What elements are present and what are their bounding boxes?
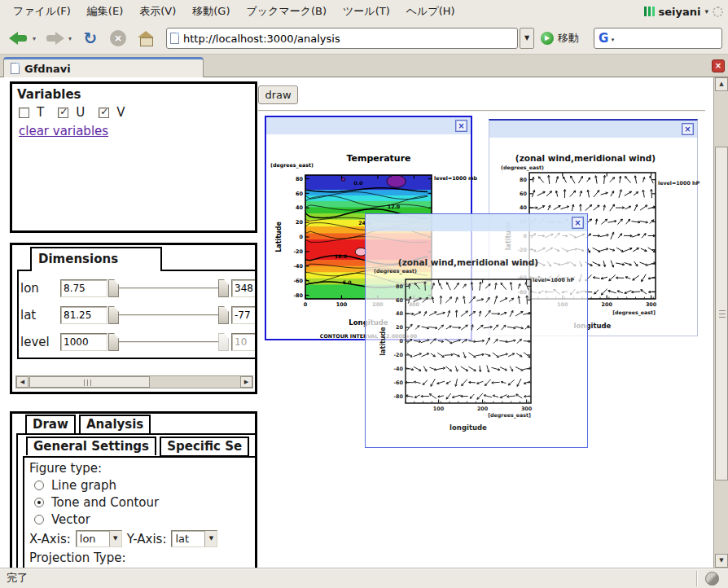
scrollbar-thumb[interactable] [715,147,728,480]
user-menu[interactable]: seiyani [659,6,701,18]
x-axis-label: X-Axis: [29,532,71,546]
figure-type-option: Vector [34,512,257,527]
slider-track[interactable] [119,314,218,316]
menu-view[interactable]: 表示(V) [131,1,184,22]
back-button[interactable] [5,25,33,51]
chevron-down-icon: ▼ [204,531,217,546]
tab-specific-settings[interactable]: Specific Se [160,437,249,457]
radio-tone-and-contour[interactable] [34,498,44,507]
svg-text:[degrees_east]: [degrees_east] [488,412,531,419]
slider-handle-min[interactable] [108,333,119,351]
tab-draw[interactable]: Draw [25,415,76,433]
slider-handle-max[interactable] [218,279,229,297]
radio-vector[interactable] [34,515,44,524]
scroll-right-icon[interactable]: ▶ [240,376,252,388]
dimension-max-input[interactable] [231,279,257,297]
menu-tools[interactable]: ツール(T) [335,1,398,22]
dimensions-hscrollbar[interactable]: ◀ ▶ [15,375,253,388]
google-icon[interactable]: G [599,32,608,45]
stop-button[interactable]: × [104,25,132,51]
go-button[interactable]: ▶ 移動 [534,26,585,50]
slider-track[interactable] [119,287,218,289]
back-icon [9,32,29,45]
y-axis-select[interactable]: lat ▼ [171,530,217,547]
dimension-max-input[interactable] [231,306,257,324]
slider-handle-min[interactable] [108,306,119,324]
scroll-left-icon[interactable]: ◀ [16,376,29,388]
radio-label: Tone and Contour [51,495,159,510]
tab-general-settings[interactable]: General Settings [26,437,156,455]
dimension-min-input[interactable] [60,279,107,297]
page-icon [170,33,179,44]
clear-variables-link[interactable]: clear variables [19,124,108,138]
menu-go[interactable]: 移動(G) [184,1,238,22]
svg-text:Latitude: Latitude [275,222,283,252]
window-titlebar[interactable]: × [489,121,697,138]
radio-line-graph[interactable] [34,480,44,490]
variable-label-t: T [37,105,44,120]
slider-handle-max[interactable] [218,333,229,351]
page-content: Variables T U V clear variables Dimensio… [0,77,713,568]
page-scrollbar[interactable]: ▲ ▼ [713,77,728,568]
dimension-max-input[interactable] [231,333,257,351]
scroll-down-icon[interactable]: ▼ [715,554,728,568]
variable-checkbox-t[interactable] [19,108,29,118]
svg-text:-40: -40 [293,263,303,270]
status-bar: 完了 [0,568,728,588]
url-input[interactable] [183,33,514,45]
window-close-icon[interactable]: × [572,217,584,229]
tab-title: Gfdnavi [24,63,71,75]
draw-button[interactable]: draw [258,86,298,104]
radio-label: Line graph [51,478,116,493]
tab-analysis[interactable]: Analysis [79,415,151,435]
slider-track[interactable] [119,341,218,343]
reload-icon: ↻ [84,30,98,46]
svg-text:-40: -40 [393,366,403,372]
slider-handle-min[interactable] [108,279,119,297]
dimension-min-input[interactable] [60,306,107,324]
reload-button[interactable]: ↻ [77,25,104,51]
window-close-icon[interactable]: × [682,123,694,135]
url-dropdown-button[interactable]: ▼ [520,28,534,49]
menu-edit[interactable]: 編集(E) [79,1,131,22]
scroll-up-icon[interactable]: ▲ [715,77,728,91]
search-box[interactable]: G [594,28,722,49]
dimension-label: lat [20,308,36,323]
separator [258,110,705,112]
variable-checkbox-u[interactable] [58,108,68,118]
tab-gfdnavi[interactable]: Gfdnavi [3,57,204,77]
figure-type-option: Line graph [34,478,257,493]
window-close-icon[interactable]: × [455,120,467,132]
svg-text:12.0: 12.0 [388,204,401,209]
forward-dropdown[interactable]: ▾ [68,35,77,42]
back-dropdown[interactable]: ▾ [33,35,41,42]
home-button[interactable] [132,25,160,51]
svg-text:200: 200 [477,406,489,412]
security-indicator-icon [705,572,719,586]
svg-text:-60: -60 [393,380,403,386]
menu-bookmarks[interactable]: ブックマーク(B) [238,1,335,22]
input-method-icon [644,7,655,16]
plot-window-wind-dragged: × 100200300806040200-20-40-60-80(zonal w… [365,213,588,448]
x-axis-select[interactable]: lon ▼ [76,530,122,547]
slider-handle-max[interactable] [218,306,229,324]
search-input[interactable] [612,33,728,45]
window-titlebar[interactable]: × [266,117,471,134]
forward-button[interactable] [41,25,68,51]
window-titlebar[interactable]: × [366,214,587,231]
menu-help[interactable]: ヘルプ(H) [398,1,463,22]
wind-vector-plot: 100200300806040200-20-40-60-80(zonal win… [366,232,587,447]
status-text: 完了 [7,571,28,586]
tab-close-button[interactable]: × [712,59,725,72]
go-icon: ▶ [541,32,554,45]
home-icon [138,31,154,46]
svg-text:level=1000 mb: level=1000 mb [434,175,478,181]
variable-checkbox-v[interactable] [99,108,109,118]
svg-text:60: 60 [520,191,527,197]
menu-file[interactable]: ファイル(F) [5,1,79,22]
variable-label-v: V [116,105,125,120]
hscrollbar-thumb[interactable] [29,376,150,388]
url-bar[interactable] [166,28,518,49]
dimension-min-input[interactable] [60,333,107,351]
svg-text:40: 40 [296,204,303,211]
